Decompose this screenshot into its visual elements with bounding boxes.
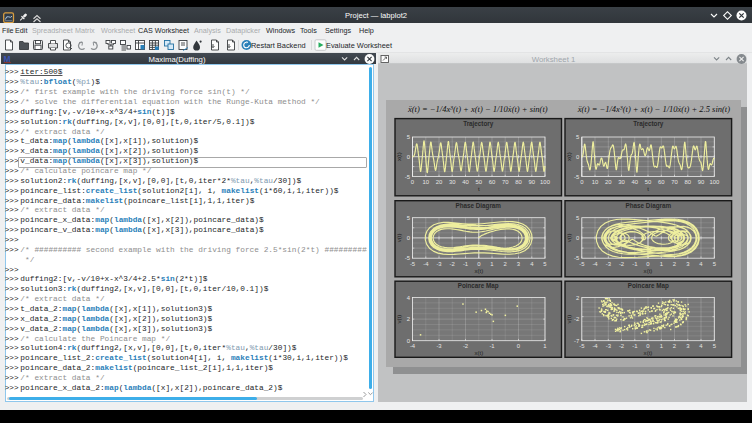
svg-text:-1: -1 xyxy=(489,343,494,349)
svg-text:1: 1 xyxy=(543,343,546,349)
svg-text:40: 40 xyxy=(632,179,639,185)
svg-text:-5: -5 xyxy=(405,173,411,179)
svg-text:-2: -2 xyxy=(574,316,579,322)
svg-text:-2: -2 xyxy=(463,343,468,349)
svg-text:v(t): v(t) xyxy=(395,314,402,323)
svg-text:40: 40 xyxy=(462,179,469,185)
svg-text:x(t): x(t) xyxy=(474,266,483,273)
svg-text:80: 80 xyxy=(515,179,522,185)
svg-text:90: 90 xyxy=(529,179,536,185)
svg-text:-5: -5 xyxy=(579,260,585,266)
svg-text:2: 2 xyxy=(673,343,676,349)
svg-text:x(t): x(t) xyxy=(395,152,402,161)
svg-text:80: 80 xyxy=(685,179,692,185)
svg-text:100: 100 xyxy=(709,179,720,185)
svg-text:x(t): x(t) xyxy=(474,349,483,356)
svg-text:x(t): x(t) xyxy=(644,349,653,356)
svg-text:-4: -4 xyxy=(592,343,598,349)
svg-text:30: 30 xyxy=(449,179,456,185)
svg-text:1: 1 xyxy=(660,343,663,349)
svg-text:70: 70 xyxy=(502,179,509,185)
svg-text:v(t): v(t) xyxy=(565,314,572,323)
svg-text:2: 2 xyxy=(407,316,410,322)
svg-text:Trajectory: Trajectory xyxy=(463,119,494,127)
svg-text:Trajectory: Trajectory xyxy=(633,119,664,127)
svg-text:-3: -3 xyxy=(606,343,612,349)
svg-text:t: t xyxy=(647,185,649,192)
svg-text:-4: -4 xyxy=(592,260,598,266)
svg-text:-3: -3 xyxy=(606,260,612,266)
svg-text:-3: -3 xyxy=(436,260,442,266)
svg-text:2: 2 xyxy=(504,260,507,266)
svg-text:10: 10 xyxy=(592,179,599,185)
svg-text:Poincare Map: Poincare Map xyxy=(458,282,499,290)
svg-text:30: 30 xyxy=(618,179,625,185)
svg-text:ẍ(t) = −1/4x3(t) + x(t) − 1/1: ẍ(t) = −1/4x3(t) + x(t) − 1/10ẋ(t) + s… xyxy=(407,103,548,113)
svg-text:v(t): v(t) xyxy=(395,233,402,242)
svg-text:t: t xyxy=(478,185,480,192)
svg-text:2: 2 xyxy=(673,260,676,266)
svg-text:-4: -4 xyxy=(410,343,416,349)
svg-text:Phase Diagram: Phase Diagram xyxy=(455,201,501,209)
svg-text:70: 70 xyxy=(671,179,678,185)
svg-text:20: 20 xyxy=(605,179,612,185)
svg-text:x(t): x(t) xyxy=(644,266,653,273)
svg-text:-2: -2 xyxy=(450,260,455,266)
svg-text:-1: -1 xyxy=(463,260,468,266)
svg-text:-2: -2 xyxy=(619,343,624,349)
svg-text:90: 90 xyxy=(698,179,705,185)
svg-text:-5: -5 xyxy=(574,173,580,179)
svg-text:Phase Diagram: Phase Diagram xyxy=(626,201,672,209)
svg-text:-4: -4 xyxy=(423,260,429,266)
svg-text:ẍ(t) = −1/4x3(t) + x(t) − 1/1: ẍ(t) = −1/4x3(t) + x(t) − 1/10ẋ(t) + 2… xyxy=(577,103,730,113)
svg-text:-5: -5 xyxy=(574,255,580,261)
svg-text:100: 100 xyxy=(540,179,551,185)
svg-text:v(t): v(t) xyxy=(565,233,572,242)
svg-text:20: 20 xyxy=(436,179,443,185)
svg-text:-2: -2 xyxy=(619,260,624,266)
svg-text:-3: -3 xyxy=(436,343,442,349)
svg-text:2: 2 xyxy=(576,294,579,300)
svg-text:60: 60 xyxy=(658,179,665,185)
svg-text:-7: -7 xyxy=(574,337,579,343)
svg-text:10: 10 xyxy=(423,179,430,185)
svg-text:-1: -1 xyxy=(632,260,637,266)
svg-text:1: 1 xyxy=(490,260,493,266)
svg-text:1: 1 xyxy=(660,260,663,266)
svg-text:Poincare Map: Poincare Map xyxy=(628,282,669,290)
svg-text:-5: -5 xyxy=(579,343,585,349)
svg-text:-1: -1 xyxy=(632,343,637,349)
svg-text:60: 60 xyxy=(489,179,496,185)
svg-text:-5: -5 xyxy=(410,260,416,266)
svg-text:-5: -5 xyxy=(405,255,411,261)
svg-text:x(t): x(t) xyxy=(565,152,572,161)
